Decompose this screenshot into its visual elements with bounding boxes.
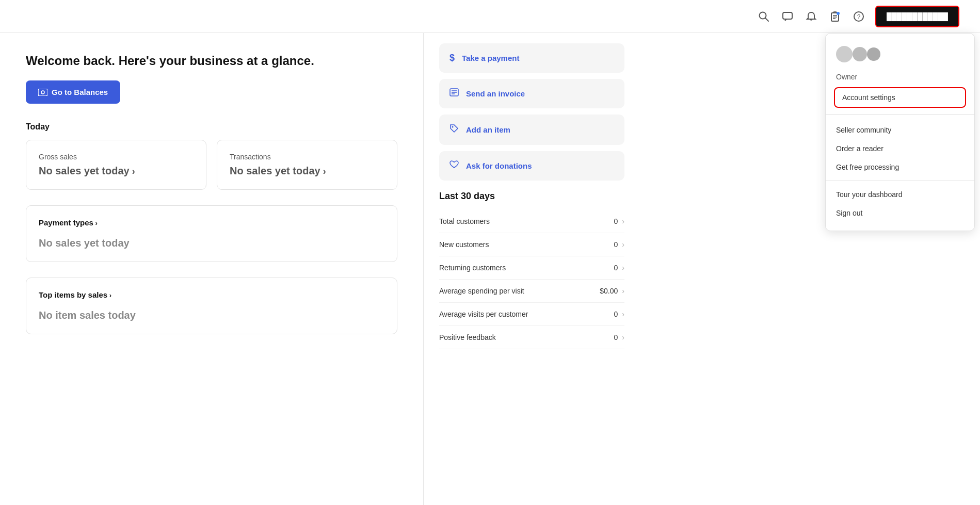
welcome-heading: Welcome back. Here's your business at a … xyxy=(26,54,397,68)
payment-types-card: Payment types No sales yet today xyxy=(26,205,397,262)
metric-value-avg-spending: $0.00 xyxy=(600,287,618,295)
donations-label: Ask for donations xyxy=(466,161,532,170)
today-cards: Gross sales No sales yet today Transacti… xyxy=(26,140,397,190)
dropdown-owner-label: Owner xyxy=(826,73,974,81)
metric-right-2: 0 › xyxy=(614,264,624,272)
account-settings-item[interactable]: Account settings xyxy=(834,87,966,108)
quick-actions: $ Take a payment Send an invoice xyxy=(439,43,624,181)
notifications-icon[interactable] xyxy=(804,9,818,24)
metric-value-positive-feedback: 0 xyxy=(614,333,618,341)
dollar-icon: $ xyxy=(449,53,455,63)
metric-right-5: 0 › xyxy=(614,333,624,341)
search-icon[interactable] xyxy=(757,9,771,24)
take-payment-label: Take a payment xyxy=(462,54,519,62)
metrics-list: Total customers 0 › New customers 0 › Re… xyxy=(439,210,624,349)
last30-title: Last 30 days xyxy=(439,191,624,202)
metric-value-avg-visits: 0 xyxy=(614,310,618,318)
metric-label-avg-visits: Average visits per customer xyxy=(439,310,528,318)
transactions-value: No sales yet today xyxy=(230,165,384,177)
clipboard-icon[interactable] xyxy=(828,9,842,24)
chevron-icon-5: › xyxy=(622,333,624,341)
dropdown-seller-community[interactable]: Seller community xyxy=(826,121,974,139)
chevron-icon-3: › xyxy=(622,287,624,295)
dropdown-tour-dashboard[interactable]: Tour your dashboard xyxy=(826,185,974,204)
tag-icon xyxy=(449,124,459,136)
invoice-icon xyxy=(449,88,459,99)
gross-sales-value: No sales yet today xyxy=(39,165,194,177)
payment-types-empty: No sales yet today xyxy=(39,237,384,249)
svg-point-18 xyxy=(452,126,454,128)
metric-row-positive-feedback[interactable]: Positive feedback 0 › xyxy=(439,326,624,349)
metric-label-returning-customers: Returning customers xyxy=(439,264,506,272)
dropdown-avatar-row xyxy=(836,46,964,62)
header: ? ████████████ Owner Account settings Se… xyxy=(0,0,980,33)
dropdown-divider-2 xyxy=(826,181,974,181)
top-items-title[interactable]: Top items by sales xyxy=(39,290,384,299)
avatar-3 xyxy=(867,47,880,61)
left-content: Welcome back. Here's your business at a … xyxy=(0,33,423,505)
metric-right-0: 0 › xyxy=(614,217,624,225)
chevron-icon-2: › xyxy=(622,264,624,272)
dropdown-order-reader[interactable]: Order a reader xyxy=(826,139,974,158)
dropdown-divider-1 xyxy=(826,114,974,115)
gross-sales-card[interactable]: Gross sales No sales yet today xyxy=(26,140,206,190)
avatar-1 xyxy=(836,46,853,62)
metric-row-total-customers[interactable]: Total customers 0 › xyxy=(439,210,624,233)
svg-point-9 xyxy=(837,12,840,15)
header-actions: ? ████████████ xyxy=(757,6,959,27)
account-button[interactable]: ████████████ xyxy=(875,6,959,27)
help-icon[interactable]: ? xyxy=(852,9,866,24)
chevron-icon-1: › xyxy=(622,240,624,249)
metric-right-1: 0 › xyxy=(614,240,624,249)
donations-button[interactable]: Ask for donations xyxy=(439,151,624,181)
dropdown-user-section xyxy=(826,42,974,73)
metric-right-4: 0 › xyxy=(614,310,624,318)
transactions-label: Transactions xyxy=(230,153,384,161)
payment-types-title[interactable]: Payment types xyxy=(39,218,384,227)
go-balances-button[interactable]: Go to Balances xyxy=(26,80,120,104)
metric-label-total-customers: Total customers xyxy=(439,217,490,225)
metric-label-new-customers: New customers xyxy=(439,240,489,249)
send-invoice-button[interactable]: Send an invoice xyxy=(439,79,624,108)
chevron-icon-4: › xyxy=(622,310,624,318)
metric-label-positive-feedback: Positive feedback xyxy=(439,333,496,341)
account-dropdown: Owner Account settings Seller community … xyxy=(825,33,975,231)
svg-rect-4 xyxy=(783,12,792,19)
add-item-label: Add an item xyxy=(466,125,510,134)
top-items-empty: No item sales today xyxy=(39,309,384,321)
metric-row-avg-visits[interactable]: Average visits per customer 0 › xyxy=(439,303,624,326)
today-section-title: Today xyxy=(26,122,397,132)
metric-label-avg-spending: Average spending per visit xyxy=(439,287,524,295)
metric-value-returning-customers: 0 xyxy=(614,264,618,272)
gross-sales-label: Gross sales xyxy=(39,153,194,161)
svg-point-13 xyxy=(41,91,44,94)
metric-value-new-customers: 0 xyxy=(614,240,618,249)
send-invoice-label: Send an invoice xyxy=(466,89,525,98)
metric-row-new-customers[interactable]: New customers 0 › xyxy=(439,233,624,256)
metric-right-3: $0.00 › xyxy=(600,287,624,295)
dropdown-sign-out[interactable]: Sign out xyxy=(826,204,974,222)
metric-value-total-customers: 0 xyxy=(614,217,618,225)
chevron-icon-0: › xyxy=(622,217,624,225)
svg-text:?: ? xyxy=(857,13,861,21)
transactions-card[interactable]: Transactions No sales yet today xyxy=(217,140,397,190)
add-item-button[interactable]: Add an item xyxy=(439,115,624,145)
metric-row-avg-spending[interactable]: Average spending per visit $0.00 › xyxy=(439,280,624,303)
metric-row-returning-customers[interactable]: Returning customers 0 › xyxy=(439,256,624,280)
go-balances-label: Go to Balances xyxy=(52,88,108,96)
top-items-card: Top items by sales No item sales today xyxy=(26,278,397,334)
heart-icon xyxy=(449,160,459,171)
dropdown-free-processing[interactable]: Get free processing xyxy=(826,158,974,176)
take-payment-button[interactable]: $ Take a payment xyxy=(439,43,624,73)
svg-line-3 xyxy=(765,18,768,21)
svg-rect-12 xyxy=(38,89,47,96)
right-panel: $ Take a payment Send an invoice xyxy=(423,33,640,505)
chat-icon[interactable] xyxy=(780,9,795,24)
avatar-2 xyxy=(853,47,867,61)
